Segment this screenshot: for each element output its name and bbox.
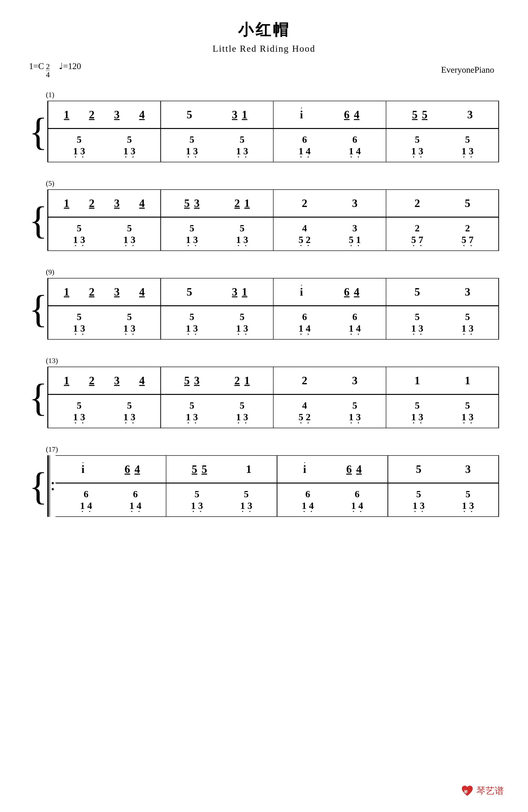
bass-staff: 5 1 3 5 1 3 5 1 3 xyxy=(48,306,499,339)
brace-icon: { xyxy=(29,101,48,162)
staves: 1 2 3 4 5 3 2 xyxy=(48,189,499,251)
bass-measure: 5 1 3 5 1 3 xyxy=(161,306,273,339)
note: 6 xyxy=(124,463,130,476)
system-4-body: { 1 2 3 4 5 xyxy=(29,367,499,428)
repeat-begin xyxy=(47,455,56,517)
bass-measure-4: 5 1 3 5 1 3 xyxy=(386,129,498,162)
chord: 5 1 3 xyxy=(123,222,135,246)
system-2-number: (5) xyxy=(46,179,499,187)
bass-measure: 4 5 2 5 1 3 xyxy=(274,395,385,428)
logo-heart-icon: 琴 xyxy=(461,784,474,798)
chord: 5 1 3 xyxy=(123,311,135,334)
note: 4 xyxy=(139,374,145,387)
measure-treble: i· 6 4 xyxy=(274,278,385,305)
bass-measure: 5 1 3 5 1 3 xyxy=(48,306,160,339)
note: 6 xyxy=(344,286,350,298)
barline xyxy=(498,101,499,128)
note: 5 xyxy=(184,374,190,387)
barline xyxy=(498,278,499,305)
note: i· xyxy=(82,463,85,476)
repeat-dot xyxy=(52,488,54,490)
barline xyxy=(498,367,499,394)
chord: 6 1 4 xyxy=(351,488,363,511)
note: 3 xyxy=(232,108,237,121)
measure-2-treble: 5 3 1 xyxy=(161,101,273,128)
chord: 5 1 3 xyxy=(236,222,248,246)
bass-measure: 5 1 3 5 1 3 xyxy=(388,483,499,517)
note: 2 xyxy=(89,197,94,209)
note: 5 xyxy=(187,108,192,121)
time-numerator: 2 xyxy=(46,62,50,71)
brace-icon: { xyxy=(29,189,48,251)
chord: 5 1 3 xyxy=(411,134,423,157)
bass-measures: 6 1 4 6 1 4 5 1 3 xyxy=(56,483,499,517)
note: 1 xyxy=(465,374,470,387)
note: 1 xyxy=(246,463,252,476)
note: 1 xyxy=(242,286,248,298)
treble-measures: 1 2 3 4 5 3 2 xyxy=(48,367,499,394)
note: 5 xyxy=(187,286,192,298)
note: 3 xyxy=(114,374,119,387)
measure-treble: i· 6 4 xyxy=(277,456,388,482)
measure-treble: 5 3 1 xyxy=(161,278,273,305)
note: 3 xyxy=(194,197,200,209)
chord: 5 1 3 xyxy=(236,311,248,334)
note: 1 xyxy=(64,286,69,298)
note: 1 xyxy=(64,197,69,209)
thick-barline xyxy=(47,455,49,517)
bass-measure: 5 1 3 5 1 3 xyxy=(48,395,160,428)
measure-treble: 5 3 xyxy=(386,278,498,305)
bass-measures: 5 1 3 5 1 3 5 1 3 xyxy=(48,218,499,250)
note: 3 xyxy=(352,197,357,209)
note: 4 xyxy=(139,286,145,298)
treble-staff: 1 2 3 4 5 3 1 xyxy=(48,101,499,129)
measure-treble: 1 1 xyxy=(386,367,498,394)
note: 5 xyxy=(412,108,418,121)
treble-staff: i· 6 4 5 5 1 xyxy=(56,455,499,483)
bass-measure: 2 5 7 2 5 7 xyxy=(386,218,498,250)
measure-treble: 1 2 3 4 xyxy=(48,190,160,217)
system-2: (5) { 1 2 3 4 5 xyxy=(29,179,499,251)
system-5-body: { i· 6 4 xyxy=(29,455,499,517)
note: 2 xyxy=(302,374,307,387)
chord: 6 1 4 xyxy=(298,134,310,157)
bass-measure-2: 5 1 3 5 1 3 xyxy=(161,129,273,162)
measure-treble: 5 5 1 xyxy=(166,456,277,482)
tempo: ♩=120 xyxy=(59,61,81,71)
barline xyxy=(498,483,499,517)
treble-staff: 1 2 3 4 5 3 1 xyxy=(48,278,499,306)
note: 2 xyxy=(302,197,307,209)
chord: 4 5 2 xyxy=(298,222,310,246)
system-3-body: { 1 2 3 4 5 3 xyxy=(29,278,499,339)
chord: 6 1 4 xyxy=(349,311,361,334)
staves: 1 2 3 4 5 3 2 xyxy=(48,367,499,428)
chord: 5 1 3 xyxy=(461,311,473,334)
chord: 5 1 3 xyxy=(236,400,248,423)
note: i· xyxy=(300,108,303,121)
bass-measure-1: 5 1 3 5 1 3 xyxy=(48,129,160,162)
chord: 5 1 3 xyxy=(461,134,473,157)
time-signature: 2 4 xyxy=(46,62,50,78)
note: 2 xyxy=(234,374,240,387)
note: 6 xyxy=(346,463,352,476)
chord: 5 1 3 xyxy=(240,488,252,511)
note: 4 xyxy=(354,286,360,298)
system-1: (1) { 1 2 3 4 xyxy=(29,90,499,162)
measure-treble: 1 2 3 4 xyxy=(48,278,160,305)
key-label: 1=C xyxy=(29,61,44,71)
chord: 5 1 3 xyxy=(186,134,198,157)
note: 3 xyxy=(114,286,119,298)
bass-measure: 5 1 3 5 1 3 xyxy=(386,306,498,339)
chord: 6 1 4 xyxy=(298,311,310,334)
barline xyxy=(498,129,499,162)
bass-measure: 5 1 3 5 1 3 xyxy=(48,218,160,250)
bass-measure: 5 1 3 5 1 3 xyxy=(161,218,273,250)
bass-measure: 6 1 4 6 1 4 xyxy=(277,483,388,517)
note: 1 xyxy=(244,197,250,209)
chord: 5 1 3 xyxy=(462,488,474,511)
barline xyxy=(498,190,499,217)
page: 小红帽 Little Red Riding Hood 1=C 2 4 ♩=120… xyxy=(0,0,528,812)
bass-measure: 5 1 3 5 1 3 xyxy=(161,395,273,428)
measure-3-treble: i· 6 4 xyxy=(274,101,385,128)
note: 2 xyxy=(234,197,240,209)
